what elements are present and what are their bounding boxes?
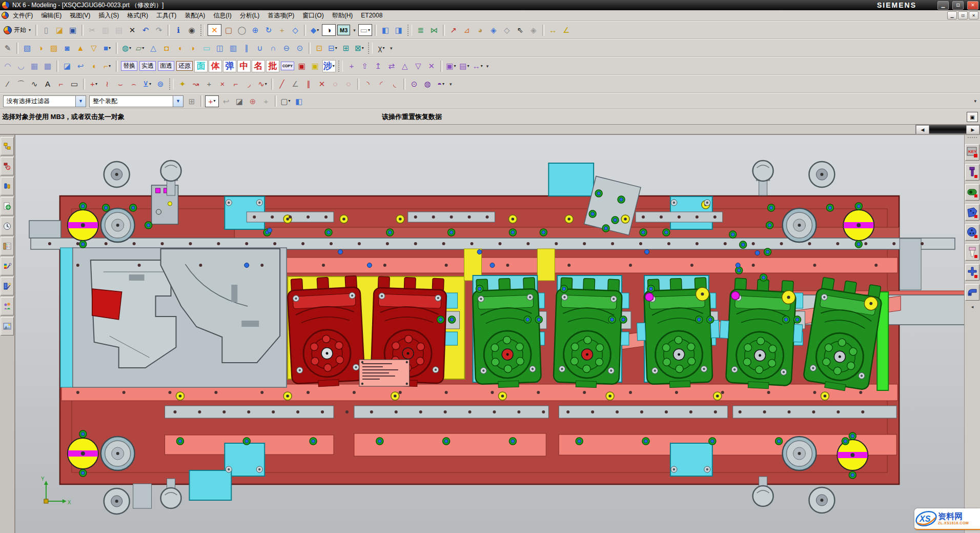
undo[interactable]: ↶ (139, 24, 152, 36)
cut[interactable]: ✂ (86, 24, 98, 36)
palettes-icon[interactable] (1, 237, 14, 255)
library-key-button[interactable]: KEY (965, 144, 979, 161)
toolbar-grip[interactable] (368, 43, 373, 54)
blend-curve[interactable]: ⌢ (128, 78, 140, 90)
btn-center[interactable]: 中 (237, 60, 251, 72)
station-6[interactable] (718, 278, 805, 390)
paste[interactable]: ▤ (113, 24, 125, 36)
visual-effects-icon[interactable] (1, 277, 14, 295)
exploded-view[interactable]: ⋈ (428, 24, 440, 36)
selection-bar-overflow[interactable]: ▾ (974, 98, 976, 104)
cad-blank-area[interactable] (60, 248, 287, 387)
rectangle[interactable]: ▭ (68, 78, 80, 90)
pull-face[interactable]: ⇧ (359, 60, 371, 72)
select-cursor[interactable]: ⇖ (514, 24, 526, 36)
menu-edit[interactable]: 编辑(E) (37, 11, 66, 21)
swirl-feature[interactable]: ◘ (160, 42, 173, 54)
offset-region[interactable]: ↥ (372, 60, 384, 72)
toolbar-overflow[interactable]: ▾ (390, 46, 393, 51)
add-material[interactable]: ⊞ (340, 42, 352, 54)
extrude[interactable]: ▧ (21, 42, 33, 54)
line[interactable]: ∕ (2, 78, 14, 90)
btn-copy[interactable]: COPY (281, 62, 294, 71)
station-5[interactable] (636, 277, 721, 388)
trim-curve[interactable]: × (216, 78, 229, 90)
delete[interactable]: ✕ (126, 24, 138, 36)
btn-replace[interactable]: 替换 (121, 61, 137, 71)
interpart-link[interactable]: ⊞ (186, 95, 198, 107)
btn-body[interactable]: 体 (209, 60, 222, 72)
close-button[interactable]: ✕ (967, 1, 978, 10)
make-coplanar[interactable]: ▤▾ (458, 60, 471, 72)
red-cage-cube[interactable]: ▣ (296, 60, 308, 72)
information-window[interactable]: ℹ (172, 24, 185, 36)
minimize-button[interactable]: ▁ (937, 1, 949, 10)
pocket[interactable]: ▽ (88, 42, 100, 54)
type-filter-dropdown[interactable]: 没有选择过滤器 ▼ (3, 95, 86, 107)
linear-dimension-face[interactable]: ↔▾ (472, 60, 484, 72)
expressions[interactable]: χ▾ (375, 42, 387, 54)
find-component[interactable]: ◉ (186, 24, 198, 36)
select-target[interactable]: ⊕ (247, 95, 259, 107)
emboss-body[interactable]: ⊟▾ (326, 42, 339, 54)
unite[interactable]: ∪ (254, 42, 266, 54)
zoom-in-out[interactable]: ⊕ (249, 24, 261, 36)
toolbar-grip[interactable] (169, 78, 174, 90)
toolbar-grip[interactable] (338, 61, 343, 72)
pattern-face[interactable]: ▣▾ (445, 60, 457, 72)
btn-face[interactable]: 面 (194, 60, 208, 72)
nx-app-icon[interactable] (2, 1, 10, 9)
offset-curve[interactable]: ≀ (101, 78, 113, 90)
flange[interactable]: ◖ (88, 60, 100, 72)
corner-curve[interactable]: ⌐ (230, 78, 242, 90)
graphics-window[interactable]: Y X (15, 135, 964, 533)
perspective-view[interactable]: ◇ (289, 24, 301, 36)
measure-vector[interactable]: ↗ (447, 24, 460, 36)
cross-lines[interactable]: ✕ (316, 78, 328, 90)
intersect[interactable]: ∩ (267, 42, 279, 54)
constraint-navigator-icon[interactable] (1, 157, 14, 175)
history-icon[interactable] (1, 217, 14, 235)
resize-blend[interactable]: ▽ (412, 60, 424, 72)
cone[interactable]: △ (147, 42, 159, 54)
edit-object-display[interactable]: ◕ (474, 24, 486, 36)
sweep-along-guide[interactable]: ▨ (48, 42, 60, 54)
wave-curve[interactable]: ∿▾ (256, 78, 269, 90)
move-component[interactable]: ◈ (487, 24, 500, 36)
offset-surface[interactable]: ↩ (74, 60, 87, 72)
circle-dashed[interactable]: ◍ (421, 78, 434, 90)
datum-plane[interactable]: ▱▾ (134, 42, 146, 54)
tube[interactable]: ⊚ (154, 78, 167, 90)
through-curves[interactable]: ◡ (15, 60, 27, 72)
subtract[interactable]: ⊖ (280, 42, 293, 54)
trimmed-sheet[interactable]: ◪ (61, 60, 73, 72)
studio-spline[interactable]: ∿ (28, 78, 40, 90)
rebend[interactable]: ◗ (187, 42, 199, 54)
new-file[interactable]: ▯ (40, 24, 52, 36)
part-navigator-icon[interactable] (1, 177, 14, 195)
parallel-lines[interactable]: ∥ (302, 78, 315, 90)
x-face[interactable]: ✕ (425, 60, 438, 72)
bend[interactable]: ◖ (174, 42, 186, 54)
dashed-ellipse[interactable]: ◌ (329, 78, 341, 90)
horizontal-scrollbar[interactable]: ◀ ▶ (915, 125, 980, 134)
arc[interactable]: ⌒ (15, 78, 27, 90)
menu-et2008[interactable]: ET2008 (357, 11, 386, 19)
assembly-constraints[interactable]: ≣ (415, 24, 427, 36)
arrow-curve[interactable]: ↝ (190, 78, 202, 90)
menu-file[interactable]: 文件(F) (9, 11, 37, 21)
grab-point[interactable]: + (260, 95, 272, 107)
clip-work-section[interactable]: ◨ (393, 24, 405, 36)
library-green-bushing-part[interactable] (965, 184, 979, 201)
menu-format[interactable]: 格式(R) (123, 11, 152, 21)
replace-face[interactable]: ⇄ (385, 60, 398, 72)
erase-highlight[interactable]: ◪ (233, 95, 246, 107)
scroll-right-icon[interactable]: ▶ (966, 125, 979, 134)
scroll-track[interactable] (929, 125, 966, 133)
document-icon[interactable] (2, 12, 9, 19)
arc-2pt[interactable]: ◝ (362, 78, 374, 90)
measure-distance[interactable]: ↔ (547, 24, 559, 36)
rectangle-select[interactable]: ▢▾ (279, 95, 292, 107)
cad-viewport[interactable]: Y X (15, 135, 964, 533)
menu-insert[interactable]: 插入(S) (94, 11, 123, 21)
